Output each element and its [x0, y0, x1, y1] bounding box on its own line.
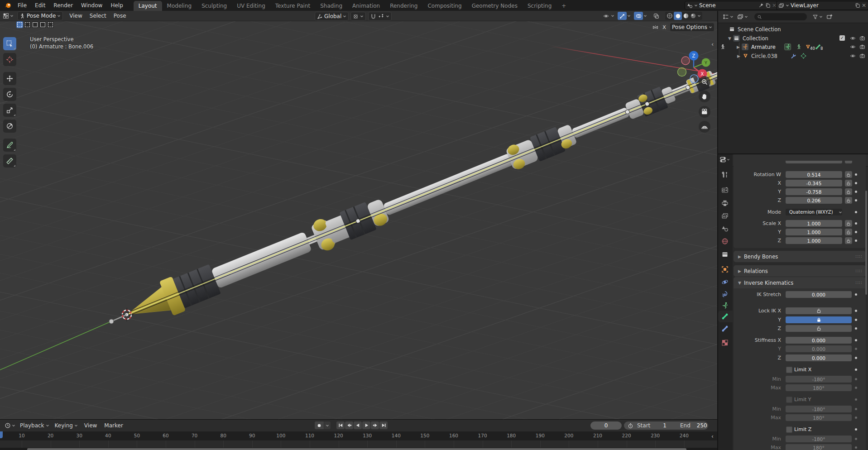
select-mode-subtract[interactable]	[32, 21, 38, 28]
animate-dot[interactable]	[855, 199, 857, 201]
animate-dot[interactable]	[855, 398, 857, 401]
animate-dot[interactable]	[855, 369, 857, 371]
timeline-scrollbar-track[interactable]	[0, 448, 717, 450]
menu-marker[interactable]: Marker	[101, 421, 126, 431]
animate-dot[interactable]	[855, 191, 857, 193]
lock-open-icon[interactable]	[845, 180, 852, 187]
add-workspace-button[interactable]: +	[556, 1, 571, 11]
menu-render[interactable]: Render	[49, 0, 77, 11]
animate-dot[interactable]	[855, 293, 857, 296]
animate-dot[interactable]	[855, 327, 857, 330]
tool-scale[interactable]	[3, 104, 16, 117]
tab-object-constraints[interactable]	[721, 291, 729, 298]
modifier-wrench-icon[interactable]	[791, 53, 796, 59]
tab-output[interactable]	[721, 200, 729, 207]
disclosure-closed-icon[interactable]: ▶	[737, 45, 740, 49]
limit-y-checkbox[interactable]	[786, 397, 792, 403]
editor-type-selector[interactable]	[3, 13, 14, 19]
select-mode-extend[interactable]	[24, 21, 31, 28]
timeline-editor-type[interactable]	[5, 422, 15, 429]
select-mode-set[interactable]	[16, 21, 23, 28]
rotation-z-field[interactable]: 0.206	[786, 197, 842, 204]
remove-view-layer-icon[interactable]: ✕	[862, 2, 866, 9]
outliner-search-input[interactable]	[764, 14, 800, 20]
timeline-ruler[interactable]: 1020304050607080901001101201301401501601…	[0, 431, 717, 440]
rotation-y-field[interactable]: -0.758	[786, 188, 842, 195]
tool-select-box[interactable]	[3, 37, 16, 50]
scene-selector[interactable]: Scene ✕	[685, 1, 779, 10]
shading-material-icon[interactable]	[683, 13, 689, 19]
tab-world[interactable]	[721, 238, 729, 245]
gizmos-toggle[interactable]	[618, 12, 627, 20]
sidebar-collapse-arrow[interactable]: ‹	[711, 41, 714, 48]
collection-checkbox[interactable]: ✓	[839, 35, 845, 41]
start-frame-value[interactable]: 1	[663, 422, 667, 429]
tab-physics[interactable]	[721, 278, 729, 286]
workspace-tab-shading[interactable]: Shading	[315, 1, 347, 11]
lock-open-icon[interactable]	[845, 171, 852, 178]
animate-dot[interactable]	[855, 348, 857, 350]
animate-dot[interactable]	[855, 310, 857, 312]
lock-ik-z-toggle[interactable]	[786, 325, 852, 332]
mesh-data-icon[interactable]	[801, 53, 806, 59]
workspace-tab-texture-paint[interactable]: Texture Paint	[270, 1, 315, 11]
camera-view-button[interactable]	[699, 106, 710, 118]
limit-x-checkbox[interactable]	[786, 367, 792, 373]
workspace-tab-sculpting[interactable]: Sculpting	[197, 1, 232, 11]
outliner-view-layer-selector[interactable]	[737, 14, 748, 20]
tab-collection[interactable]	[721, 251, 729, 258]
relations-panel-header[interactable]: ▶ Relations ∷∷	[734, 265, 866, 277]
animate-dot[interactable]	[855, 239, 857, 242]
limit-y-min-field[interactable]: -180°	[786, 406, 852, 412]
shading-solid-icon[interactable]	[674, 12, 682, 20]
panel-drag-handle[interactable]: ∷∷	[855, 268, 862, 273]
menu-pose[interactable]: Pose	[110, 11, 130, 21]
tool-measure[interactable]	[3, 154, 16, 168]
workspace-tab-animation[interactable]: Animation	[347, 1, 385, 11]
object-visibility-dropdown[interactable]	[601, 12, 610, 20]
tab-texture[interactable]	[721, 339, 729, 346]
lock-ik-x-toggle[interactable]	[786, 307, 852, 314]
stiffness-y-field[interactable]: 0.000	[786, 345, 852, 352]
menu-window[interactable]: Window	[77, 0, 106, 11]
keying-options-chevron[interactable]	[324, 421, 331, 429]
previous-keyframe-button[interactable]	[345, 421, 353, 429]
viewport-3d[interactable]: Z Y X	[0, 21, 717, 419]
pose-options-dropdown[interactable]: Pose Options	[670, 23, 715, 32]
workspace-tab-uv-editing[interactable]: UV Editing	[232, 1, 270, 11]
jump-to-start-button[interactable]	[336, 421, 345, 429]
clipped-lock[interactable]	[845, 161, 852, 163]
limit-y-max-field[interactable]: 180°	[786, 414, 852, 421]
workspace-tab-modeling[interactable]: Modeling	[162, 1, 197, 11]
workspace-tab-layout[interactable]: Layout	[134, 1, 162, 11]
menu-view[interactable]: View	[81, 421, 101, 431]
stiffness-x-field[interactable]: 0.000	[786, 337, 852, 344]
select-mode-intersect[interactable]	[47, 21, 54, 28]
overlays-toggle[interactable]	[634, 12, 643, 20]
menu-keying[interactable]: Keying	[55, 422, 78, 429]
transform-orientation-dropdown[interactable]: Global	[315, 12, 349, 21]
hide-eye-icon[interactable]	[850, 53, 856, 59]
animate-dot[interactable]	[855, 173, 857, 176]
lock-ik-y-toggle[interactable]	[786, 316, 852, 323]
workspace-tab-rendering[interactable]: Rendering	[385, 1, 422, 11]
menu-help[interactable]: Help	[106, 0, 127, 11]
animate-dot[interactable]	[855, 378, 857, 380]
view-layer-selector[interactable]: ViewLayer ✕	[776, 1, 868, 10]
lock-open-icon[interactable]	[845, 188, 852, 195]
lock-open-icon[interactable]	[845, 197, 852, 204]
stiffness-z-field[interactable]: 0.000	[786, 354, 852, 361]
properties-scrollbar[interactable]	[865, 191, 867, 295]
menu-file[interactable]: File	[14, 0, 31, 11]
x-axis-mirror-icon[interactable]	[652, 24, 659, 31]
armature-data-icon[interactable]	[796, 44, 802, 50]
workspace-tab-scripting[interactable]: Scripting	[523, 1, 556, 11]
workspace-tab-geometry-nodes[interactable]: Geometry Nodes	[467, 1, 523, 11]
snap-proportional-group[interactable]	[368, 12, 392, 21]
tool-move[interactable]	[3, 72, 16, 85]
current-frame-field[interactable]: 0	[590, 421, 622, 430]
clipped-field[interactable]	[786, 161, 842, 163]
tab-scene[interactable]	[721, 225, 729, 232]
disclosure-closed-icon[interactable]: ▶	[737, 54, 740, 58]
animate-dot[interactable]	[855, 319, 857, 321]
